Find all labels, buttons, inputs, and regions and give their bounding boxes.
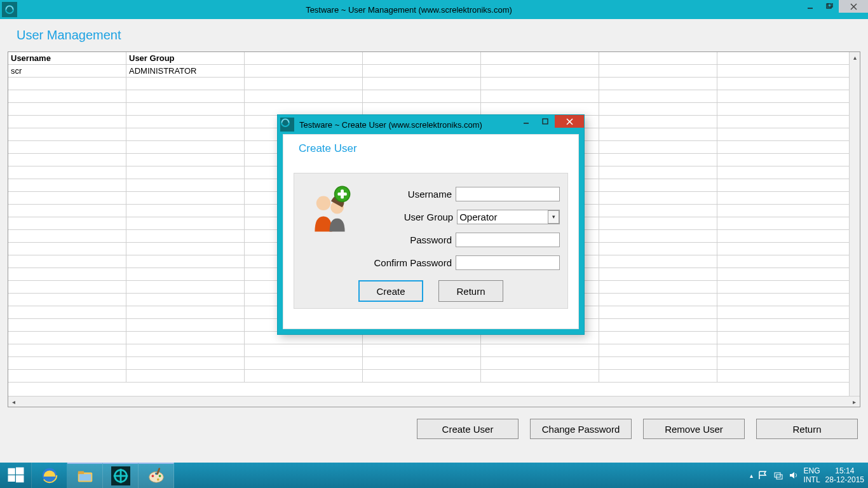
cell-blank (481, 370, 599, 383)
tray-clock[interactable]: 15:14 28-12-2015 (825, 466, 864, 484)
cell-blank (717, 116, 860, 128)
scroll-left-icon[interactable]: ◂ (8, 396, 19, 407)
cell-blank (126, 78, 245, 90)
remove-user-button[interactable]: Remove User (643, 419, 745, 439)
username-input[interactable] (456, 187, 560, 201)
dialog-titlebar[interactable]: Testware ~ Create User (www.screlektroni… (278, 115, 584, 134)
cell-blank (363, 78, 481, 90)
scroll-right-icon[interactable]: ▸ (849, 396, 860, 407)
speaker-icon[interactable] (789, 470, 799, 480)
cell-blank (126, 255, 245, 268)
cell-blank (8, 205, 126, 217)
table-row-empty (8, 357, 860, 370)
col-usergroup[interactable]: User Group (126, 52, 245, 65)
col-username[interactable]: Username (8, 52, 126, 65)
cell-blank (126, 192, 245, 205)
minimize-button[interactable] (801, 0, 820, 13)
cell-blank (481, 357, 599, 370)
flag-icon[interactable] (758, 470, 768, 480)
cell-blank (717, 319, 860, 332)
cell-blank (599, 243, 717, 255)
scroll-up-icon[interactable]: ▴ (850, 52, 860, 63)
cell-blank (126, 103, 245, 116)
svg-rect-8 (543, 119, 548, 124)
network-icon[interactable] (773, 470, 783, 480)
cell-blank (8, 357, 126, 370)
cell-blank (8, 217, 126, 230)
cell-blank (8, 179, 126, 192)
cell-blank (8, 128, 126, 141)
cell-blank (717, 179, 860, 192)
taskbar-paint[interactable] (139, 463, 174, 488)
cell-blank (717, 255, 860, 268)
cell-blank (8, 332, 126, 344)
cell-blank (481, 78, 599, 90)
col-blank (717, 52, 860, 65)
cell-blank (8, 370, 126, 383)
action-button-row: Create User Change Password Remove User … (8, 419, 860, 439)
cell-blank (717, 166, 860, 179)
grid-vertical-scrollbar[interactable]: ▴ (849, 52, 860, 396)
cell-blank (717, 78, 860, 90)
cell-blank (599, 306, 717, 319)
cell-blank (126, 370, 245, 383)
cell-blank (599, 179, 717, 192)
cell-blank (8, 255, 126, 268)
cell-blank (481, 65, 599, 78)
ie-icon (40, 466, 59, 485)
usergroup-select[interactable] (457, 210, 560, 224)
table-row-empty (8, 90, 860, 103)
cell-blank (599, 268, 717, 281)
cell-blank (126, 344, 245, 357)
maximize-button[interactable] (820, 0, 839, 13)
dialog-maximize-button[interactable] (536, 115, 555, 128)
cell-blank (126, 319, 245, 332)
password-input[interactable] (456, 233, 560, 247)
cell-blank (599, 128, 717, 141)
cell-blank (126, 268, 245, 281)
tray-overflow-icon[interactable]: ▴ (750, 472, 753, 479)
cell-blank (8, 344, 126, 357)
windows-icon (6, 466, 25, 485)
tray-language[interactable]: ENG INTL (804, 466, 820, 484)
cell-blank (717, 243, 860, 255)
cell-blank (599, 344, 717, 357)
dialog-return-button[interactable]: Return (438, 280, 503, 302)
table-row-empty (8, 344, 860, 357)
start-button[interactable] (0, 463, 32, 488)
create-user-button[interactable]: Create User (417, 419, 519, 439)
cell-blank (599, 116, 717, 128)
cell-blank (126, 128, 245, 141)
dialog-button-row: Create Return (294, 280, 567, 302)
cell-blank (126, 332, 245, 344)
create-user-dialog: Testware ~ Create User (www.screlektroni… (277, 114, 585, 335)
taskbar-explorer[interactable] (67, 463, 103, 488)
cell-blank (599, 332, 717, 344)
taskbar-app[interactable] (103, 463, 139, 488)
cell-blank (717, 141, 860, 154)
close-button[interactable] (839, 0, 868, 13)
dialog-close-button[interactable] (555, 115, 584, 128)
dialog-create-button[interactable]: Create (358, 280, 423, 302)
grid-horizontal-scrollbar[interactable]: ◂ ▸ (8, 396, 860, 407)
cell-blank (363, 370, 481, 383)
table-row[interactable]: scr ADMINISTRATOR (8, 65, 860, 78)
cell-blank (717, 281, 860, 294)
cell-blank (245, 90, 363, 103)
cell-blank (599, 230, 717, 243)
taskbar-ie[interactable] (32, 463, 67, 488)
change-password-button[interactable]: Change Password (530, 419, 632, 439)
return-button[interactable]: Return (756, 419, 858, 439)
cell-blank (8, 78, 126, 90)
add-user-icon (306, 185, 356, 236)
dialog-minimize-button[interactable] (517, 115, 536, 128)
cell-blank (717, 230, 860, 243)
password-label: Password (369, 234, 456, 245)
cell-blank (717, 103, 860, 116)
confirm-password-input[interactable] (456, 255, 560, 270)
cell-blank (717, 90, 860, 103)
cell-blank (126, 357, 245, 370)
table-row-empty (8, 78, 860, 90)
cell-blank (481, 103, 599, 116)
cell-blank (126, 166, 245, 179)
